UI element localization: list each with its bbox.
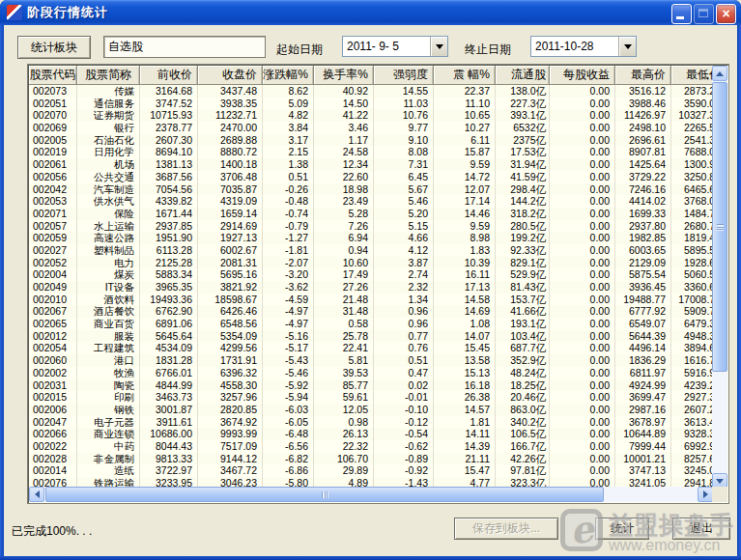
exit-button[interactable]: 退出	[672, 518, 730, 540]
table-cell: 17.13	[434, 281, 496, 294]
close-button[interactable]: ×	[716, 4, 736, 24]
table-cell: 3.17	[263, 134, 314, 147]
table-cell: 1381.13	[140, 158, 198, 171]
table-cell: 3911.61	[140, 416, 198, 429]
column-header-prev-close[interactable]: 前收价	[140, 66, 198, 85]
table-cell: 41.59亿	[496, 171, 550, 183]
stats-board-button[interactable]: 统计板块	[17, 36, 91, 59]
column-header-float-shares[interactable]: 流通股	[496, 66, 550, 85]
vertical-scrollbar[interactable]	[712, 66, 727, 489]
table-row[interactable]: 002049 IT设备 3965.35 3821.92 -3.62 27.26 …	[29, 281, 713, 294]
table-row[interactable]: 002069 银行 2378.77 2470.00 3.84 3.46 9.77…	[29, 122, 713, 134]
column-header-change-pct[interactable]: 涨跌幅%	[263, 66, 314, 85]
table-cell: 0.51	[263, 171, 314, 183]
end-date-label: 终止日期	[465, 42, 511, 58]
table-row[interactable]: 002022 中药 8044.43 7517.09 -6.56 22.32 -0…	[29, 440, 713, 453]
table-cell: 14.07	[434, 330, 496, 343]
table-row[interactable]: 002060 港口 1831.28 1731.91 -5.43 5.81 0.5…	[29, 354, 713, 367]
table-row[interactable]: 002054 工程建筑 4534.09 4299.56 -5.17 22.41 …	[29, 342, 713, 354]
column-header-high[interactable]: 最高价	[615, 66, 671, 85]
table-row[interactable]: 002056 公共交通 3687.56 3706.48 0.51 22.60 6…	[29, 171, 713, 183]
table-row[interactable]: 002061 机场 1381.13 1400.18 1.38 12.34 7.3…	[29, 158, 713, 171]
table-cell: 0.00	[550, 183, 615, 196]
table-cell: 8907.81	[615, 146, 671, 158]
table-cell: 2820.85	[198, 404, 263, 416]
vertical-scroll-thumb[interactable]	[712, 82, 727, 372]
table-cell: 10.39	[434, 257, 496, 269]
table-row[interactable]: 002031 陶瓷 4844.99 4558.30 -5.92 85.77 0.…	[29, 379, 713, 392]
table-row[interactable]: 002012 服装 5645.64 5354.09 -5.16 25.78 0.…	[29, 330, 713, 343]
start-date-dropdown-button[interactable]	[430, 37, 447, 56]
table-cell: 17.53亿	[496, 146, 550, 158]
table-row[interactable]: 002028 非金属制 9813.33 9144.12 -6.82 106.70…	[29, 453, 713, 465]
scroll-up-button[interactable]	[712, 66, 727, 81]
end-date-dropdown-button[interactable]	[618, 37, 636, 56]
table-cell: 4948.32	[671, 330, 713, 343]
table-cell: 3233.95	[140, 477, 198, 487]
table-cell: 352.9亿	[496, 354, 550, 367]
table-cell: 0.00	[550, 305, 615, 318]
table-cell: 6762.90	[140, 305, 198, 318]
board-input[interactable]	[103, 36, 266, 58]
table-cell: 通信服务	[77, 98, 140, 110]
table-cell: 2987.16	[615, 404, 671, 416]
column-header-turnover-pct[interactable]: 换手率%	[314, 66, 374, 85]
table-row[interactable]: 002052 电力 2125.28 2081.31 -2.07 10.60 3.…	[29, 257, 713, 269]
table-row[interactable]: 002065 商业百货 6891.06 6548.56 -4.97 0.58 0…	[29, 318, 713, 330]
table-cell: 日用化学	[77, 146, 140, 158]
column-header-name[interactable]: 股票简称	[77, 66, 140, 85]
table-row[interactable]: 002002 牧渔 6766.01 6396.32 -5.46 39.53 0.…	[29, 367, 713, 379]
table-cell: 2.15	[263, 146, 314, 158]
start-date-combo[interactable]: 2011- 9- 5	[342, 36, 448, 57]
table-cell: 3674.92	[198, 416, 263, 429]
horizontal-scroll-thumb[interactable]	[45, 487, 604, 502]
end-date-combo[interactable]: 2011-10-28	[530, 36, 637, 57]
column-header-code[interactable]: 股票代码	[29, 66, 77, 85]
column-header-close[interactable]: 收盘价	[198, 66, 263, 85]
progress-text: 已完成100%. . .	[12, 523, 92, 540]
table-cell: 12.34	[314, 158, 374, 171]
table-row[interactable]: 002067 酒店餐饮 6762.90 6426.46 -4.97 31.48 …	[29, 305, 713, 318]
table-row[interactable]: 002004 煤炭 5883.34 5695.16 -3.20 17.49 2.…	[29, 268, 713, 281]
table-cell: 81.43亿	[496, 281, 550, 294]
table-cell: 0.00	[550, 220, 615, 233]
scroll-left-button[interactable]	[29, 487, 44, 502]
table-row[interactable]: 002057 水上运输 2937.85 2914.69 -0.79 7.26 5…	[29, 220, 713, 233]
table-row[interactable]: 002070 证券期货 10715.93 11232.71 4.82 41.22…	[29, 109, 713, 122]
table-row[interactable]: 002051 通信服务 3747.52 3938.35 5.09 14.50 1…	[29, 98, 713, 110]
table-row[interactable]: 002006 钢铁 3001.87 2820.85 -6.03 12.05 -0…	[29, 404, 713, 416]
table-row[interactable]: 002071 保险 1671.44 1659.14 -0.74 5.28 5.2…	[29, 208, 713, 220]
table-cell: 11232.71	[198, 109, 263, 122]
table-row[interactable]: 002005 石油石化 2607.30 2689.88 3.17 1.17 9.…	[29, 134, 713, 147]
table-row[interactable]: 002059 高速公路 1951.90 1927.13 -1.27 6.94 4…	[29, 232, 713, 244]
column-header-low[interactable]: 最低价	[671, 66, 713, 85]
table-row[interactable]: 002019 日用化学 8694.10 8880.72 2.15 24.58 8…	[29, 146, 713, 158]
table-row[interactable]: 002066 商业连锁 10686.00 9993.99 -6.48 26.13…	[29, 428, 713, 440]
maximize-button	[694, 4, 714, 24]
table-row[interactable]: 002076 铁路运输 3233.95 3046.23 -5.80 4.89 -…	[29, 477, 713, 487]
table-row[interactable]: 002010 酒饮料 19493.36 18598.67 -4.59 21.48…	[29, 294, 713, 306]
column-header-strength[interactable]: 强弱度	[374, 66, 434, 85]
table-row[interactable]: 002073 传媒 3164.68 3437.48 8.62 40.92 14.…	[29, 85, 713, 98]
table-row[interactable]: 002053 供水供气 4339.82 4319.09 -0.48 23.49 …	[29, 195, 713, 208]
table-cell: 5354.09	[198, 330, 263, 343]
scroll-right-button[interactable]	[698, 487, 713, 502]
table-cell: 002015	[29, 391, 77, 404]
table-cell: 1927.13	[198, 232, 263, 244]
table-row[interactable]: 002027 塑料制品 6113.28 6002.67 -1.81 0.94 4…	[29, 244, 713, 257]
table-row[interactable]: 002042 汽车制造 7054.56 7035.87 -0.26 18.98 …	[29, 183, 713, 196]
horizontal-scrollbar[interactable]	[29, 487, 713, 502]
table-cell: 0.00	[550, 379, 615, 392]
minimize-button[interactable]	[671, 4, 692, 24]
column-header-amplitude[interactable]: 震 幅%	[434, 66, 496, 85]
stats-button[interactable]: 统计	[595, 518, 649, 540]
titlebar[interactable]: 阶段行情统计 ×	[0, 0, 741, 25]
table-cell: -0.54	[374, 428, 434, 440]
column-header-eps[interactable]: 每股收益	[550, 66, 615, 85]
table-row[interactable]: 002015 印刷 3463.73 3257.96 -5.94 59.61 -0…	[29, 391, 713, 404]
table-cell: 41.66亿	[496, 305, 550, 318]
table-cell: 0.00	[550, 232, 615, 244]
table-cell: 5.81	[314, 354, 374, 367]
table-row[interactable]: 002014 造纸 3722.97 3467.72 -6.86 29.89 -0…	[29, 464, 713, 477]
table-row[interactable]: 002047 电子元器 3911.61 3674.92 -6.05 0.98 -…	[29, 416, 713, 429]
